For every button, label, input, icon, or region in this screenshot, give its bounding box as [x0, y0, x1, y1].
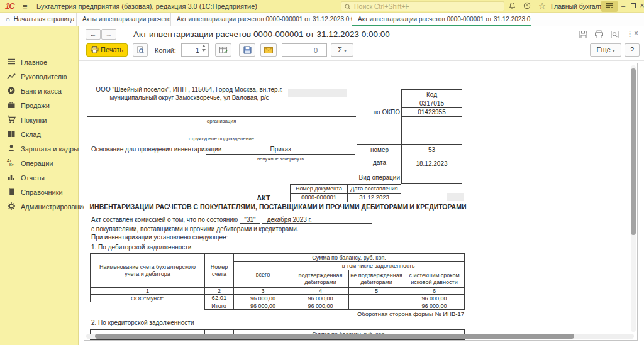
sidebar-item-warehouse[interactable]: Склад — [0, 129, 79, 141]
history-clock-icon[interactable] — [522, 2, 532, 11]
sigma-button[interactable]: Σ ▾ — [331, 43, 353, 57]
document-print-form[interactable]: ООО "Швейный поселок", ИНН , 115054, Гор… — [84, 63, 638, 341]
help-button[interactable]: ? — [625, 43, 640, 57]
form-code-cell: 0317015 — [402, 99, 462, 108]
tab-act-document-2-active[interactable]: Акт инвентаризации расчетов 0000-000001 … — [352, 13, 531, 26]
print-preview-button[interactable] — [133, 43, 148, 57]
docdate-header-cell: Дата составления — [348, 185, 401, 194]
vertical-scrollbar-thumb[interactable] — [631, 68, 636, 235]
debit-credit-icon: ДтКт — [7, 158, 16, 168]
print-button[interactable]: Печать — [86, 43, 128, 57]
col-header-total: всего — [234, 262, 292, 288]
sidebar-item-reports[interactable]: Отчеты — [0, 172, 79, 185]
number-label-cell: номер — [357, 144, 402, 155]
operation-value-cell — [402, 172, 462, 183]
search-icon — [345, 4, 351, 10]
back-button[interactable]: ← — [86, 29, 101, 40]
print-icon[interactable] — [594, 30, 604, 41]
save-icon[interactable] — [579, 30, 588, 41]
page-setup-button[interactable] — [215, 43, 231, 57]
page-break-line — [84, 309, 637, 309]
briefcase-icon — [7, 101, 16, 110]
dropdown-arrow-icon: ▾ — [344, 48, 347, 53]
docnum-header-cell: Номер документа — [291, 185, 348, 194]
account-cell: 62.01 — [205, 295, 234, 302]
doc-number-table: Номер документа Дата составления 0000-00… — [290, 184, 401, 202]
trend-chart-icon — [7, 72, 16, 81]
book-icon — [7, 187, 16, 197]
org-name-line2: муниципальный округ Замоскворечье, ул Ва… — [95, 94, 284, 101]
preview-page-icon — [136, 46, 145, 54]
maximize-button[interactable] — [629, 1, 638, 11]
1c-logo: 1С — [5, 1, 14, 11]
col-header-expired: с истекшим сроком исковой давности — [404, 270, 465, 288]
tab-acts-list[interactable]: Акты инвентаризации расчетов× — [77, 13, 171, 26]
save-file-button[interactable] — [239, 43, 255, 57]
notifications-bell-icon[interactable] — [507, 2, 517, 11]
horizontal-scrollbar-thumb[interactable] — [95, 334, 574, 339]
redacted-area-2 — [447, 193, 464, 201]
sidebar-item-bank-cash[interactable]: Банк и касса — [0, 85, 79, 98]
expired-cell: 96 000,00 — [404, 295, 465, 302]
menu-icon — [7, 57, 16, 67]
main-menu-icon[interactable]: ≡ — [23, 2, 28, 11]
horizontal-scrollbar[interactable] — [86, 334, 634, 339]
copies-spinner[interactable] — [202, 45, 206, 52]
service-menu-button[interactable] — [601, 1, 618, 12]
global-search[interactable] — [341, 1, 504, 11]
sidebar-item-manager[interactable]: Руководителю — [0, 71, 79, 84]
close-form-icon[interactable]: × — [634, 29, 638, 38]
col-num: 6 — [404, 288, 465, 295]
col-num: 5 — [349, 288, 404, 295]
home-icon: ⌂ — [6, 13, 10, 26]
close-window-button[interactable]: × — [638, 1, 644, 11]
col-header-account: Номер счета — [205, 254, 234, 288]
col-header-confirmed: подтвержденная дебиторами — [292, 270, 349, 288]
operation-label: Вид операции — [323, 174, 400, 181]
sidebar: Главное Руководителю Банк и касса Продаж… — [0, 26, 79, 345]
sidebar-item-purchases[interactable]: Покупки — [0, 114, 79, 127]
sidebar-item-directories[interactable]: Справочники — [0, 187, 79, 199]
col-num: 1 — [91, 288, 205, 295]
minimize-button[interactable]: – — [619, 1, 628, 11]
sidebar-item-main[interactable]: Главное — [0, 57, 79, 69]
code-column: Код 0317015 01423955 53 18.12.2023 — [401, 89, 462, 184]
tab-home[interactable]: ⌂Начальная страница — [0, 13, 77, 26]
basis-value: Приказ — [206, 146, 355, 155]
sidebar-item-salary-hr[interactable]: Зарплата и кадры — [0, 143, 79, 156]
col-header-name: Наименование счета бухгалтерского учета … — [91, 254, 205, 288]
service-menu-icon — [605, 2, 614, 9]
vertical-scrollbar[interactable] — [631, 65, 636, 332]
counter-input[interactable] — [282, 43, 327, 57]
col-header-incl: в том числе задолженность — [292, 262, 465, 270]
sidebar-item-sales[interactable]: Продажи — [0, 100, 79, 112]
org-caption: организация — [87, 118, 356, 124]
send-email-button[interactable] — [260, 43, 277, 57]
forward-button[interactable]: → — [101, 29, 116, 40]
favorites-star-icon[interactable]: ☆ — [537, 2, 547, 11]
docnum-value-cell: 0000-000001 — [291, 194, 348, 202]
more-dots-icon[interactable]: ⋮ — [626, 29, 634, 38]
table-row[interactable]: ООО"Мунст" 62.01 96 000,00 96 000,00 96 … — [91, 295, 465, 302]
app-title: Бухгалтерия предприятия (базовая), редак… — [36, 3, 257, 10]
search-input[interactable] — [354, 2, 501, 11]
empty-code-cell — [402, 117, 462, 145]
title-bar: 1С ≡ Бухгалтерия предприятия (базовая), … — [0, 0, 644, 13]
act-composed-line: Акт составлен комиссией о том, что по со… — [91, 216, 372, 224]
org-underline — [87, 106, 288, 106]
tab-act-document-1[interactable]: Акт инвентаризации расчетов 0000-000001 … — [171, 13, 352, 26]
redacted-area — [288, 89, 347, 97]
col-num: 2 — [205, 288, 234, 295]
code-header-cell: Код — [402, 90, 462, 99]
more-button[interactable]: Еще ▾ — [590, 43, 621, 57]
unconfirmed-cell — [349, 295, 404, 302]
preview-icon[interactable] — [610, 30, 619, 41]
sidebar-item-operations[interactable]: ДтКт Операции — [0, 158, 79, 170]
act-word: АКТ — [242, 194, 286, 202]
section1-title: 1. По дебиторской задолженности — [91, 244, 191, 251]
basis-note: ненужное зачеркнуть — [206, 156, 355, 162]
act-composed-line3: При инвентаризации установлено следующее… — [91, 234, 228, 241]
sidebar-item-administration[interactable]: Администрирование — [0, 201, 79, 214]
section2-title: 2. По кредиторской задолженности — [91, 319, 194, 326]
table-edit-icon — [219, 46, 228, 54]
